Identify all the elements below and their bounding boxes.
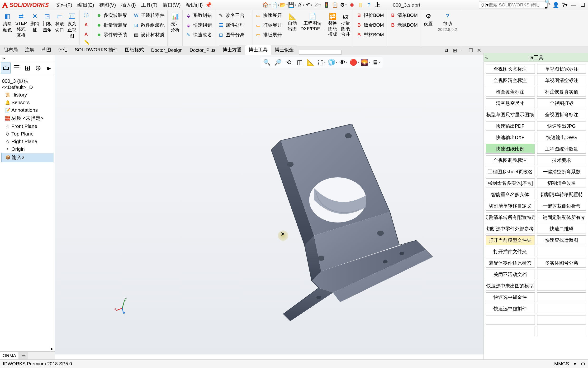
menu-tools[interactable]: 工具(T) [139,1,160,9]
dr-btn-19-1[interactable] [537,281,586,291]
ribbon-batch-to-asm[interactable]: 批量转装配 [95,21,128,29]
window-min-icon[interactable]: — [459,47,466,54]
dr-btn-0-1[interactable]: 单视图长宽标注 [537,64,586,74]
dr-btn-9-1[interactable]: 一键清空折弯系数 [537,167,586,176]
tree-sensors[interactable]: 🔔Sensors [1,99,53,106]
tab-search-input[interactable] [299,50,342,55]
ribbon-property[interactable]: ☰属性处理 [217,21,250,29]
window-close-icon[interactable]: ✕ [476,47,482,54]
pause-icon[interactable]: ⏸ [357,2,364,8]
dr-btn-16-1[interactable] [537,247,586,256]
ribbon-sheet-bom[interactable]: B钣金BOM [355,21,385,29]
menu-insert[interactable]: 插入(I) [119,1,138,9]
ribbon-set-normal[interactable]: 正设为 正视 图 [67,12,77,40]
dr-btn-11-1[interactable]: 切割清单转移配置特 [537,190,586,199]
undo-icon[interactable]: ↶ [306,2,313,8]
dr-btn-14-0[interactable]: 切断选中零件外部参考 [486,224,535,233]
settings-gear-icon[interactable]: ⚙ [340,2,347,8]
tab-doctor-sheetmetal[interactable]: 博士钣金 [271,45,297,55]
dr-btn-3-0[interactable]: 清空悬空尺寸 [486,98,535,108]
dr-btn-1-1[interactable]: 单视图清空标注 [537,76,586,85]
open-icon[interactable]: 📂 [280,2,287,8]
record-icon[interactable] [349,2,355,8]
tab-layout[interactable]: 阻布局 [0,45,21,55]
bottom-tab-other[interactable]: ▭ [19,352,28,359]
collapse-left-icon[interactable]: ▸ [49,346,55,351]
ribbon-coef-fix[interactable]: ⬙系数纠错 [184,12,213,19]
home-icon[interactable]: 🏠 [263,2,270,8]
upload-icon[interactable]: 上 [374,2,381,8]
dr-btn-19-0[interactable]: 快速选中未出图的模型 [486,281,535,291]
dr-btn-0-0[interactable]: 全视图长宽标注 [486,64,535,74]
ribbon-quick-unfold[interactable]: ▭快速展开 [254,12,283,19]
dr-btn-21-1[interactable] [537,304,586,313]
ribbon-quick-fix[interactable]: ⬙快速纠错 [184,21,213,29]
view-orient-icon[interactable]: ⬚ [317,58,326,67]
window-float-icon[interactable]: ⧉ [443,47,450,54]
ribbon-multi-to-asm[interactable]: 多实转装配 [95,12,128,19]
status-units[interactable]: MMGS [554,361,569,367]
dr-btn-8-1[interactable]: 技术要求 [537,156,586,165]
dim-tab-icon[interactable]: ⊕ [33,63,43,74]
ribbon-subasm-to-part[interactable]: W子装转零件 [132,12,166,19]
help-search-input[interactable] [489,2,545,8]
tab-sketch[interactable]: 草图 [38,45,55,55]
ribbon-settings[interactable]: ⚙设置 [423,12,434,33]
dr-btn-14-1[interactable]: 快速二维码 [537,224,586,233]
dr-btn-11-0[interactable]: 智能重命名多实体 [486,190,535,199]
dr-btn-9-0[interactable]: 工程图多sheet页改名 [486,167,535,176]
zoom-area-icon[interactable]: 🔎 [273,58,282,67]
select-icon[interactable]: ⬀ [315,2,321,8]
tree-front-plane[interactable]: ◇Front Plane [1,122,53,130]
dr-btn-7-1[interactable]: 工程图统计数量 [537,144,586,154]
dr-btn-13-0[interactable]: 切割清单转所有配置特定 [486,212,535,222]
tree-root[interactable]: 000_3 (默认<<Default>_D [1,77,53,91]
prev-view-icon[interactable]: ⟲ [284,58,293,67]
dr-btn-18-0[interactable]: 关闭不活动文档 [486,270,535,279]
dr-btn-21-0[interactable]: 快速选中虚拟件 [486,304,535,313]
menu-edit[interactable]: 编辑(E) [75,1,97,9]
tree-origin[interactable]: ⌖Origin [1,145,53,153]
dr-btn-3-1[interactable]: 全视图打标 [537,98,586,108]
ribbon-quote-bom[interactable]: B报价BOM [355,12,385,19]
dr-btn-23-0[interactable] [486,327,535,336]
dr-btn-20-1[interactable] [537,292,586,302]
dr-btn-6-0[interactable]: 快速输出DXF [486,133,535,142]
ribbon-statistics[interactable]: 📊统计 分析 [170,12,181,34]
dr-btn-15-1[interactable]: 快速查找遗漏图 [537,235,586,245]
dr-btn-1-0[interactable]: 全视图清空标注 [486,76,535,85]
panel-dropdown-icon[interactable]: ◦ ▸ [1,56,5,60]
dr-btn-6-1[interactable]: 快速输出DWG [537,133,586,142]
dr-btn-5-0[interactable]: 快速输出PDF [486,121,535,131]
ribbon-layout-unfold[interactable]: ▭排版展开 [254,31,283,38]
dr-btn-5-1[interactable]: 快速输出JPG [537,121,586,131]
ribbon-help[interactable]: ?帮助2022.8.9.2 [437,12,458,33]
ribbon-info-icon[interactable]: ⓘ [82,12,90,19]
rebuild-icon[interactable]: 🚦 [323,2,330,8]
dr-btn-18-1[interactable] [537,270,586,279]
bottom-tab-normal[interactable]: ORMA [0,352,19,359]
tab-annotate[interactable]: 注解 [21,45,38,55]
dr-btn-2-0[interactable]: 检查覆盖标注 [486,87,535,97]
dr-btn-4-1[interactable]: 全视图折弯标注 [537,110,586,119]
save-icon[interactable]: 💾 [289,2,295,8]
feature-tree-tab-icon[interactable]: 🗂 [1,63,11,74]
ribbon-clear-color[interactable]: ◧清除 颜色 [2,12,13,40]
ribbon-rename-3in1[interactable]: ✎改名三合一 [217,12,250,19]
dr-btn-20-0[interactable]: 快速选中钣金件 [486,292,535,302]
new-icon[interactable]: 📄 [272,2,278,8]
ribbon-tree-material[interactable]: ▤设计树材质 [132,31,166,38]
help-search-box[interactable]: ⓘ▾ 🔍▾ [479,1,548,9]
dr-btn-23-1[interactable] [537,327,586,336]
tree-right-plane[interactable]: ◇Right Plane [1,138,53,145]
tree-material[interactable]: 🧱材质 <未指定> [1,114,53,122]
help-icon[interactable]: ? [366,2,372,8]
scene-icon[interactable]: 🌄 [361,58,370,67]
print-icon[interactable]: 🖨 [297,2,304,8]
menu-file[interactable]: 文件(F) [53,1,75,9]
dr-btn-2-1[interactable]: 标注恢复真实值 [537,87,586,97]
ribbon-merge-drawings[interactable]: 🗂批量 图纸 合并 [340,12,351,38]
dr-btn-22-1[interactable] [537,315,586,325]
display-style-icon[interactable]: 🧊 [328,58,337,67]
dr-btn-8-0[interactable]: 全视图调整标注 [486,156,535,165]
